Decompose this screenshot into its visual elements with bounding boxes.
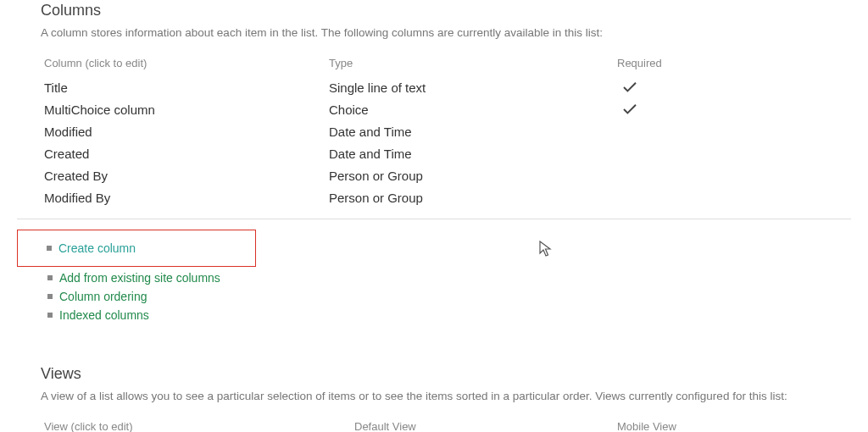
columns-table: Column (click to edit) Type Required Tit…: [41, 54, 827, 208]
indexed-columns-label: Indexed columns: [59, 308, 149, 322]
column-required: [617, 147, 753, 159]
column-required: [617, 81, 753, 93]
create-column-label: Create column: [58, 241, 136, 255]
bullet-icon: [47, 246, 52, 251]
column-required: [617, 191, 753, 203]
column-required: [617, 103, 753, 115]
columns-section: Columns A column stores information abou…: [41, 2, 827, 208]
views-description: A view of a list allows you to see a par…: [41, 390, 827, 402]
column-required: [617, 169, 753, 181]
highlight-box: Create column: [17, 230, 256, 267]
columns-header-row: Column (click to edit) Type Required: [41, 54, 827, 76]
column-row: ModifiedDate and Time: [41, 120, 827, 142]
column-ordering-link[interactable]: Column ordering: [41, 287, 827, 306]
views-table: View (click to edit) Default View Mobile…: [41, 418, 827, 432]
column-type: Person or Group: [329, 169, 617, 183]
column-type: Date and Time: [329, 147, 617, 161]
column-name[interactable]: Modified By: [41, 191, 329, 205]
views-header-view: View (click to edit): [41, 420, 354, 432]
column-row: Modified ByPerson or Group: [41, 186, 827, 208]
column-type: Date and Time: [329, 125, 617, 139]
column-type: Person or Group: [329, 191, 617, 205]
column-row: CreatedDate and Time: [41, 142, 827, 164]
column-row: MultiChoice columnChoice: [41, 98, 827, 120]
add-existing-label: Add from existing site columns: [59, 271, 220, 285]
add-existing-columns-link[interactable]: Add from existing site columns: [41, 269, 827, 287]
column-name[interactable]: Title: [41, 80, 329, 95]
column-name[interactable]: Created By: [41, 169, 329, 183]
views-heading: Views: [41, 365, 827, 383]
column-required: [617, 125, 753, 137]
column-actions: Create column Add from existing site col…: [41, 230, 827, 324]
views-header-mobile: Mobile View: [617, 420, 787, 432]
columns-description: A column stores information about each i…: [41, 26, 827, 39]
bullet-icon: [47, 313, 53, 318]
column-row: TitleSingle line of text: [41, 76, 827, 98]
columns-header-name: Column (click to edit): [41, 57, 329, 69]
create-column-link[interactable]: Create column: [18, 239, 255, 258]
column-name[interactable]: Modified: [41, 125, 329, 139]
bullet-icon: [47, 275, 53, 280]
columns-header-required: Required: [617, 57, 753, 69]
views-section: Views A view of a list allows you to see…: [41, 365, 827, 432]
column-row: Created ByPerson or Group: [41, 164, 827, 186]
columns-divider: [17, 219, 851, 219]
indexed-columns-link[interactable]: Indexed columns: [41, 306, 827, 324]
column-type: Choice: [329, 102, 617, 117]
bullet-icon: [47, 294, 53, 299]
column-name[interactable]: Created: [41, 147, 329, 161]
columns-heading: Columns: [41, 2, 827, 19]
views-header-row: View (click to edit) Default View Mobile…: [41, 418, 827, 432]
column-type: Single line of text: [329, 80, 617, 95]
column-name[interactable]: MultiChoice column: [41, 102, 329, 117]
column-ordering-label: Column ordering: [59, 290, 147, 303]
views-header-default: Default View: [354, 420, 617, 432]
columns-header-type: Type: [329, 57, 617, 69]
